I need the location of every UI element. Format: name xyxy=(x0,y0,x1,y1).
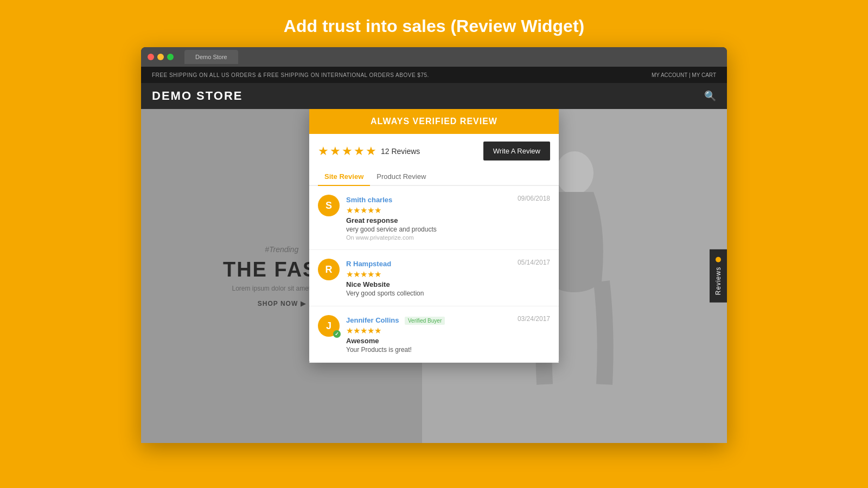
tab-site-review[interactable]: Site Review xyxy=(318,168,370,186)
widget-title: ALWAYS VERIFIED REVIEW xyxy=(371,117,497,126)
page-title: Add trust into sales (Review Widget) xyxy=(284,16,584,36)
store-header: DEMO STORE 🔍 xyxy=(141,83,727,109)
reviewer-name-row: Smith charles xyxy=(346,195,500,204)
write-review-button[interactable]: Write A Review xyxy=(483,142,550,160)
review-content: R Hampstead ★★★★★ Nice Website Very good… xyxy=(346,259,500,297)
reviewer-name-row: R Hampstead xyxy=(346,259,500,268)
review-item: R R Hampstead ★★★★★ Nice Website Very go… xyxy=(309,250,559,306)
browser-dots xyxy=(148,54,174,60)
avatar-letter: R xyxy=(326,264,333,275)
widget-tabs: Site Review Product Review xyxy=(309,168,559,186)
store-body: #Trending THE FASHI Lorem ipsum dolor si… xyxy=(141,109,727,443)
review-title: Nice Website xyxy=(346,280,500,288)
review-count: 12 Reviews xyxy=(381,147,420,156)
review-content: Smith charles ★★★★★ Great response very … xyxy=(346,195,500,241)
dot-red[interactable] xyxy=(148,54,154,60)
store-banner: FREE SHIPPING ON ALL US ORDERS & FREE SH… xyxy=(141,67,727,83)
verified-buyer-label: Verified Buyer xyxy=(405,317,445,325)
banner-links: MY ACCOUNT | MY CART xyxy=(652,72,716,78)
search-icon[interactable]: 🔍 xyxy=(704,90,716,102)
review-body: Very good sports collection xyxy=(346,290,500,297)
reviews-sidebar-label: Reviews xyxy=(714,267,722,295)
review-source: On www.privateprize.com xyxy=(346,234,500,241)
shop-now-button[interactable]: SHOP NOW ▶ xyxy=(258,300,306,307)
review-stars: ★★★★★ xyxy=(346,269,500,279)
avatar-letter: J xyxy=(326,320,331,332)
review-date: 03/24/2017 xyxy=(507,315,550,323)
reviews-list: S Smith charles ★★★★★ Great response ver… xyxy=(309,186,559,363)
avatar: R xyxy=(318,259,340,280)
reviewer-name: Jennifer Collins xyxy=(346,316,399,324)
avatar: S xyxy=(318,195,340,216)
verified-badge-icon: ✓ xyxy=(333,330,341,338)
store-logo: DEMO STORE xyxy=(152,89,243,103)
tab-site-review-label: Site Review xyxy=(324,172,363,181)
trending-label: #Trending xyxy=(265,245,298,254)
overall-stars: ★★★★★ xyxy=(318,144,378,158)
reviews-sidebar-tab[interactable]: Reviews xyxy=(710,249,727,303)
review-body: very good service and products xyxy=(346,226,500,233)
widget-header: ALWAYS VERIFIED REVIEW xyxy=(309,109,559,134)
reviews-dot xyxy=(716,257,721,262)
review-stars: ★★★★★ xyxy=(346,206,500,215)
review-title: Awesome xyxy=(346,337,500,345)
browser-tab-label: Demo Store xyxy=(195,54,227,60)
svg-point-0 xyxy=(556,151,593,195)
summary-stars: ★★★★★ 12 Reviews xyxy=(318,144,420,158)
review-item: S Smith charles ★★★★★ Great response ver… xyxy=(309,186,559,250)
reviewer-name-row: Jennifer Collins Verified Buyer xyxy=(346,315,500,325)
review-stars: ★★★★★ xyxy=(346,326,500,336)
browser-window: Demo Store FREE SHIPPING ON ALL US ORDER… xyxy=(141,47,727,443)
review-date: 05/14/2017 xyxy=(507,259,550,266)
tab-product-review[interactable]: Product Review xyxy=(370,168,432,186)
browser-titlebar: Demo Store xyxy=(141,47,727,67)
widget-summary: ★★★★★ 12 Reviews Write A Review xyxy=(309,134,559,168)
reviewer-name: R Hampstead xyxy=(346,260,391,268)
dot-yellow[interactable] xyxy=(157,54,164,60)
review-content: Jennifer Collins Verified Buyer ★★★★★ Aw… xyxy=(346,315,500,354)
review-item: J ✓ Jennifer Collins Verified Buyer ★★★★… xyxy=(309,306,559,363)
review-widget: ALWAYS VERIFIED REVIEW ★★★★★ 12 Reviews … xyxy=(309,109,559,363)
review-title: Great response xyxy=(346,216,500,224)
review-date: 09/06/2018 xyxy=(507,195,550,202)
avatar: J ✓ xyxy=(318,315,340,337)
browser-tab[interactable]: Demo Store xyxy=(184,50,238,64)
dot-green[interactable] xyxy=(167,54,174,60)
review-body: Your Products is great! xyxy=(346,346,500,354)
banner-text: FREE SHIPPING ON ALL US ORDERS & FREE SH… xyxy=(152,72,429,78)
avatar-letter: S xyxy=(326,200,332,211)
tab-product-review-label: Product Review xyxy=(376,172,426,181)
reviewer-name: Smith charles xyxy=(346,196,392,204)
